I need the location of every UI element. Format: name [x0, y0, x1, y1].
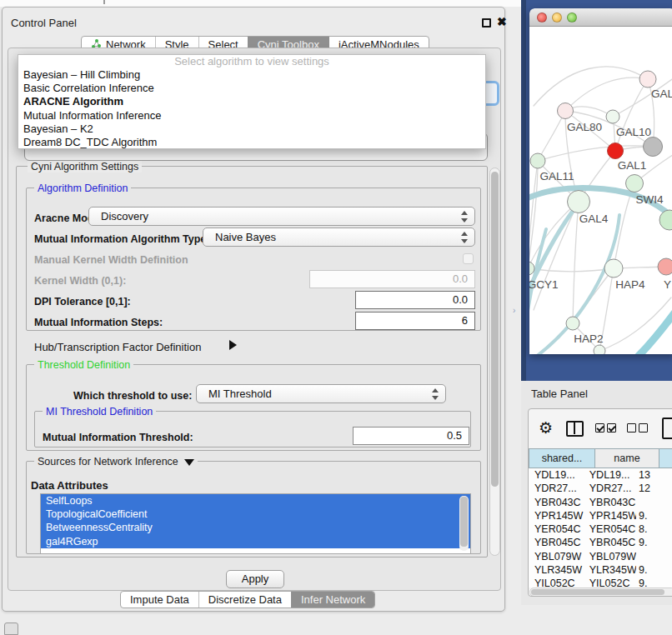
table-cell: YDR27...: [529, 482, 584, 495]
attribute-item[interactable]: TopologicalCoefficient: [41, 508, 470, 521]
network-edge[interactable]: [534, 67, 648, 106]
network-node-y[interactable]: [658, 258, 672, 275]
splitter-handle[interactable]: ›: [513, 307, 519, 315]
table-row[interactable]: YDR27...YDR27...12: [529, 482, 672, 495]
table-row[interactable]: YER054CYER054C8.: [529, 522, 672, 536]
node-label: GAL: [651, 88, 672, 100]
mi-steps-field[interactable]: 6: [355, 312, 475, 330]
network-node-gal1[interactable]: [608, 143, 624, 159]
tab-impute-data[interactable]: Impute Data: [121, 592, 198, 608]
algorithm-option[interactable]: Bayesian – Hill Climbing: [18, 68, 485, 82]
mi-threshold-field[interactable]: 0.5: [353, 427, 469, 445]
table-horizontal-scrollbar[interactable]: [529, 588, 672, 597]
stepper-arrows-icon: [432, 388, 439, 400]
which-threshold-select[interactable]: MI Threshold: [196, 384, 446, 403]
table-cell: YBR043C: [529, 496, 584, 509]
network-window-titlebar[interactable]: [529, 8, 672, 27]
table-row[interactable]: YBL079WYBL079W: [529, 550, 672, 563]
tab-discretize-data[interactable]: Discretize Data: [198, 592, 291, 608]
table-row[interactable]: YBR045CYBR045C9.: [529, 536, 672, 549]
network-node-gal4[interactable]: [568, 191, 590, 213]
network-node[interactable]: [644, 138, 663, 157]
network-canvas[interactable]: GALGAL80GAL10GAL1GAL11SWI4GAL4GCY1HAP4YH…: [529, 27, 672, 354]
attribute-item[interactable]: BetweennessCentrality: [41, 521, 470, 534]
dpi-tolerance-field[interactable]: 0.0: [355, 291, 475, 309]
data-attributes-list[interactable]: SelfLoopsTopologicalCoefficientBetweenne…: [40, 493, 471, 554]
apply-button[interactable]: Apply: [226, 570, 284, 588]
float-window-icon[interactable]: [482, 18, 491, 28]
table-hscrollbar-thumb[interactable]: [531, 589, 664, 595]
table-row[interactable]: YBR043CYBR043C: [529, 496, 672, 509]
settings-scrollbar[interactable]: [489, 168, 500, 556]
minimize-traffic-light-icon[interactable]: [552, 12, 562, 22]
table-header-row: shared...nameA: [529, 448, 672, 468]
gear-icon[interactable]: ⚙: [539, 418, 553, 437]
table-cell: [636, 496, 672, 509]
algorithm-option[interactable]: Basic Correlation Inference: [18, 82, 485, 95]
table-cell: YIL052C: [584, 577, 636, 588]
network-edge[interactable]: [538, 111, 565, 161]
collapse-arrow-icon[interactable]: [184, 459, 194, 466]
select-columns-icon[interactable]: [595, 423, 616, 432]
table-cell: 9.: [636, 536, 672, 549]
attributes-scrollbar[interactable]: [459, 496, 469, 551]
table-row[interactable]: YPR145WYPR145W9.: [529, 509, 672, 522]
tab-infer-network[interactable]: Infer Network: [291, 592, 374, 608]
table-row[interactable]: YIL052CYIL052C9.: [529, 577, 672, 588]
mi-algorithm-type-select[interactable]: Naive Bayes: [203, 228, 475, 247]
attribute-item[interactable]: SelfLoops: [41, 494, 470, 508]
aracne-mode-select[interactable]: Discovery: [88, 207, 475, 226]
attribute-item[interactable]: gal4RGexp: [41, 535, 470, 548]
algorithm-option[interactable]: Dream8 DC_TDC Algorithm: [18, 136, 485, 149]
network-edge[interactable]: [529, 268, 614, 272]
column-header[interactable]: name: [595, 448, 659, 468]
data-attributes-items: SelfLoopsTopologicalCoefficientBetweenne…: [41, 494, 470, 548]
network-node-hap4[interactable]: [604, 259, 623, 278]
network-node-gal10[interactable]: [606, 110, 619, 123]
expand-arrow-icon[interactable]: [229, 340, 237, 350]
new-table-icon[interactable]: [662, 418, 672, 439]
algorithm-option[interactable]: Mutual Information Inference: [18, 109, 485, 122]
network-node-gal11[interactable]: [530, 153, 545, 168]
minimized-panel-icon[interactable]: [4, 622, 18, 635]
kernel-width-field[interactable]: 0.0: [309, 270, 475, 288]
bottom-tabs: Impute Data Discretize Data Infer Networ…: [120, 591, 375, 608]
manual-kernel-label: Manual Kernel Width Definition: [34, 254, 188, 266]
algorithm-option[interactable]: Bayesian – K2: [18, 122, 485, 136]
network-edge[interactable]: [599, 298, 671, 351]
network-node[interactable]: [594, 345, 605, 354]
network-node-gal[interactable]: [639, 71, 656, 88]
network-node[interactable]: [659, 210, 672, 230]
table-cell: YBR043C: [584, 496, 636, 509]
table-row[interactable]: YLR345WYLR345W9.: [529, 563, 672, 577]
network-node-gal80[interactable]: [558, 103, 574, 119]
table-cell: [636, 550, 672, 563]
table-row[interactable]: YDL19...YDL19...13: [529, 468, 672, 482]
network-edge[interactable]: [573, 202, 579, 323]
table-cell: YER054C: [584, 522, 636, 536]
network-edge[interactable]: [529, 161, 538, 277]
unselect-columns-icon[interactable]: [627, 423, 648, 432]
column-header[interactable]: shared...: [529, 448, 595, 468]
columns-icon[interactable]: [566, 421, 584, 437]
mi-threshold-definition-title: MI Threshold Definition: [43, 406, 156, 418]
table-cell: YBL079W: [584, 550, 636, 563]
attributes-scrollbar-thumb[interactable]: [460, 497, 468, 547]
close-traffic-light-icon[interactable]: [537, 12, 547, 22]
data-attributes-label: Data Attributes: [31, 479, 108, 492]
network-edge[interactable]: [565, 78, 648, 111]
zoom-traffic-light-icon[interactable]: [567, 12, 577, 22]
table-toolbar: ⚙: [529, 409, 672, 448]
network-node-hap2[interactable]: [566, 317, 579, 330]
algorithm-option[interactable]: ARACNE Algorithm: [18, 95, 485, 108]
node-label: HAP4: [615, 278, 645, 291]
table-cell: 9.: [636, 563, 672, 577]
close-icon[interactable]: ✖: [497, 15, 507, 28]
settings-scrollbar-thumb[interactable]: [491, 172, 499, 487]
network-node-swi4[interactable]: [626, 175, 644, 192]
table-cell: 8.: [636, 522, 672, 536]
which-threshold-value: MI Threshold: [208, 388, 272, 400]
column-header[interactable]: A: [659, 448, 672, 468]
window-edge-artifact: [103, 0, 105, 4]
manual-kernel-checkbox[interactable]: [463, 253, 474, 264]
